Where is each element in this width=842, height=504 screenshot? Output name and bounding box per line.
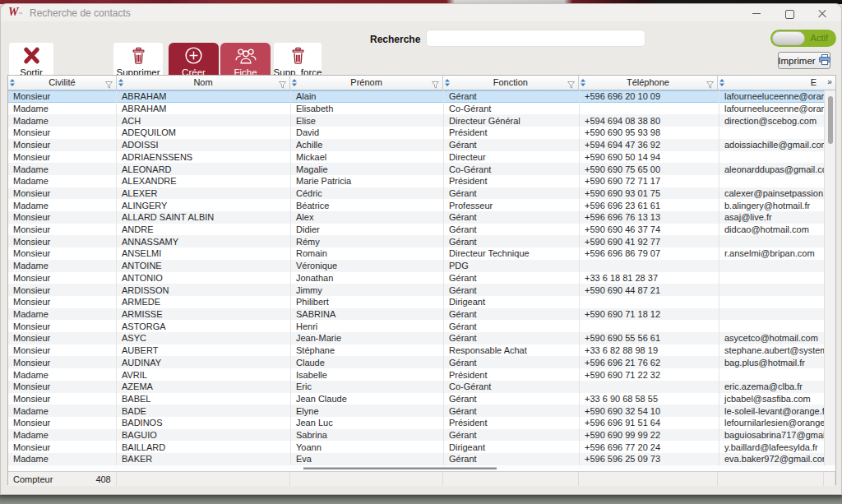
table-row[interactable]: Monsieur ADEQUILOM David Président +590 …	[8, 127, 826, 139]
table-row[interactable]: Monsieur ALLARD SAINT ALBIN Alex Gérant …	[8, 211, 826, 224]
imprimer-button[interactable]: Imprimer	[778, 52, 830, 69]
cell-civilite: Madame	[8, 260, 117, 272]
cell-fonction: Directeur Technique	[444, 247, 580, 260]
table-row[interactable]: Madame ALEONARD Magalie Co-Gérant +590 6…	[8, 163, 826, 175]
cell-email: jcbabel@sasfiba.com	[719, 393, 826, 405]
printer-icon	[819, 54, 830, 67]
cell-telephone: +590 690 32 54 10	[580, 405, 719, 417]
cell-email	[719, 235, 826, 247]
table-row[interactable]: Monsieur ALEXER Cédric Gérant +590 690 9…	[8, 187, 826, 200]
cell-fonction: PDG	[444, 260, 580, 272]
table-row[interactable]: Monsieur ANTONIO Jonathan Gérant +33 6 1…	[8, 272, 826, 284]
cell-telephone: +596 696 91 51 64	[580, 417, 719, 429]
table-row[interactable]: Monsieur ABRAHAM Alain Gérant +596 696 2…	[8, 90, 826, 103]
maximize-icon[interactable]	[783, 7, 796, 19]
funnel-icon[interactable]	[279, 79, 286, 92]
double-chevron-right-icon[interactable]: »	[824, 76, 835, 90]
screen: W~ Recherche de contacts Sortir	[0, 0, 842, 504]
cell-civilite: Madame	[8, 405, 117, 417]
cell-email	[719, 175, 826, 187]
table-row[interactable]: Madame BADE Elyne Gérant +590 690 32 54 …	[8, 405, 826, 417]
cell-telephone: +590 690 44 87 21	[580, 284, 719, 296]
cell-nom: AUBERT	[117, 344, 291, 357]
header-civilite[interactable]: Civilité	[8, 76, 117, 90]
cell-fonction: Co-Gérant	[444, 103, 580, 115]
cell-civilite: Madame	[8, 103, 117, 115]
counter-cell: Compteur 408	[8, 472, 117, 486]
table-row[interactable]: Monsieur BADINOS Jean Luc Président +596…	[8, 417, 826, 429]
cell-nom: ASTORGA	[117, 320, 291, 332]
table-row[interactable]: Madame ACH Elise Directeur Général +594 …	[8, 114, 826, 127]
table-row[interactable]: Monsieur BABEL Jean Claude Gérant +33 6 …	[8, 393, 826, 405]
vertical-scrollbar[interactable]	[824, 90, 835, 465]
table-row[interactable]: Monsieur ASTORGA Henri Gérant	[8, 320, 826, 332]
table-row[interactable]: Madame ALINGERY Béatrice Professeur +596…	[8, 199, 826, 211]
close-icon[interactable]	[816, 7, 829, 19]
table-row[interactable]: Monsieur ADOISSI Achille Gérant +594 694…	[8, 139, 826, 151]
table-row[interactable]: Monsieur BAILLARD Yoann Dirigeant +596 6…	[8, 441, 826, 453]
table-row[interactable]: Monsieur ANDRE Didier Gérant +590 690 46…	[8, 224, 826, 236]
cell-telephone: +590 690 95 93 98	[580, 127, 719, 139]
app-window: W~ Recherche de contacts Sortir	[0, 3, 842, 495]
cell-email	[719, 151, 826, 164]
cell-prenom: David	[291, 127, 444, 139]
header-fonction[interactable]: Fonction	[443, 76, 579, 90]
table-row[interactable]: Monsieur AZEMA Eric Co-Gérant eric.azema…	[8, 381, 826, 393]
header-nom[interactable]: Nom	[117, 76, 291, 90]
cell-prenom: Jonathan	[291, 272, 444, 284]
contacts-table: Civilité Nom Prénom Fonction	[7, 75, 836, 485]
cell-email	[719, 368, 826, 381]
actif-toggle[interactable]: Actif	[770, 30, 836, 47]
header-email[interactable]: E	[718, 76, 824, 90]
cell-civilite: Madame	[8, 429, 117, 442]
funnel-icon[interactable]	[105, 79, 113, 92]
cell-civilite: Monsieur	[8, 381, 117, 393]
table-row[interactable]: Madame ALEXANDRE Marie Patricia Présiden…	[8, 175, 826, 187]
cell-fonction: Gérant	[444, 139, 580, 151]
minimize-icon[interactable]	[750, 7, 763, 19]
cell-nom: ALEXANDRE	[117, 175, 291, 187]
cell-civilite: Monsieur	[8, 356, 117, 368]
cell-fonction: Co-Gérant	[444, 381, 580, 393]
cell-fonction: Gérant	[444, 356, 580, 368]
funnel-icon[interactable]	[432, 79, 439, 92]
table-row[interactable]: Madame BAKER Eva Gérant +596 596 25 09 7…	[8, 453, 826, 465]
cell-email: aleonarddupas@gmail.com	[719, 163, 826, 175]
table-row[interactable]: Monsieur ANSELMI Romain Directeur Techni…	[8, 247, 826, 260]
table-row[interactable]: Madame ARMISSE SABRINA Gérant +590 690 7…	[8, 308, 826, 321]
toggle-knob[interactable]	[772, 31, 805, 45]
funnel-icon[interactable]	[706, 79, 714, 92]
cell-telephone: +596 696 77 20 24	[580, 441, 719, 453]
cell-telephone: +590 690 46 37 74	[580, 224, 719, 236]
cell-fonction: Gérant	[444, 405, 580, 417]
cell-email: y.baillard@lafeesylda.fr	[719, 441, 826, 453]
table-row[interactable]: Monsieur AUDINAY Claude Gérant +596 696 …	[8, 356, 826, 368]
table-row[interactable]: Madame ANTOINE Véronique PDG	[8, 260, 826, 272]
cell-email	[719, 296, 826, 308]
cell-nom: ARMISSE	[117, 308, 291, 321]
table-row[interactable]: Monsieur AUBERT Stéphane Responsable Ach…	[8, 344, 826, 357]
funnel-icon[interactable]	[567, 79, 575, 92]
cell-fonction: Gérant	[444, 332, 580, 344]
table-row[interactable]: Monsieur ARMEDE Philibert Dirigeant	[8, 296, 826, 308]
table-row[interactable]: Madame BAGUIO Sabrina Gérant +590 690 99…	[8, 429, 826, 442]
horizontal-scrollbar[interactable]	[8, 465, 835, 471]
table-row[interactable]: Madame AVRIL Isabelle Président +590 690…	[8, 368, 826, 381]
sort-arrows-icon	[10, 76, 15, 90]
cell-prenom: Sabrina	[291, 429, 444, 442]
table-row[interactable]: Monsieur ASYC Jean-Marie Gérant +590 690…	[8, 332, 826, 344]
search-input[interactable]	[426, 30, 645, 47]
table-row[interactable]: Monsieur ARDISSON Jimmy Gérant +590 690 …	[8, 284, 826, 296]
table-row[interactable]: Madame ABRAHAM Elisabeth Co-Gérant lafou…	[8, 103, 826, 115]
horizontal-scrollbar-thumb[interactable]	[303, 467, 497, 469]
table-row[interactable]: Monsieur ANNASSAMY Rémy Gérant +590 690 …	[8, 235, 826, 247]
vertical-scrollbar-thumb[interactable]	[828, 96, 833, 144]
table-row[interactable]: Monsieur ADRIAENSSENS Mickael Directeur …	[8, 151, 826, 164]
cell-fonction: Président	[444, 417, 580, 429]
cell-fonction: Directeur Général	[444, 114, 580, 127]
cell-telephone: +590 690 99 99 22	[580, 429, 719, 442]
cell-email: baguiosabrina717@gmail.c	[719, 429, 826, 442]
cell-prenom: Romain	[291, 247, 444, 260]
header-telephone[interactable]: Téléphone	[579, 76, 719, 90]
header-prenom[interactable]: Prénom	[290, 76, 443, 90]
